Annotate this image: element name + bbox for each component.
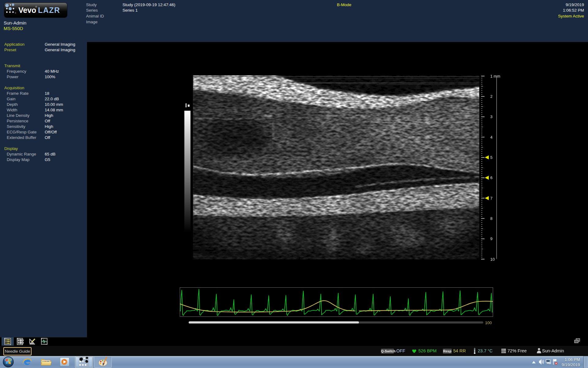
svg-text:2: 2: [490, 94, 492, 99]
svg-text:3: 3: [490, 114, 492, 119]
svg-text:8: 8: [490, 216, 492, 221]
svg-text:1 mm: 1 mm: [490, 74, 500, 79]
svg-text:7: 7: [490, 196, 492, 201]
svg-text:4: 4: [490, 135, 492, 140]
svg-text:9: 9: [490, 236, 492, 241]
svg-text:5: 5: [490, 155, 492, 160]
svg-text:6: 6: [490, 175, 492, 180]
svg-text:10: 10: [490, 257, 495, 262]
